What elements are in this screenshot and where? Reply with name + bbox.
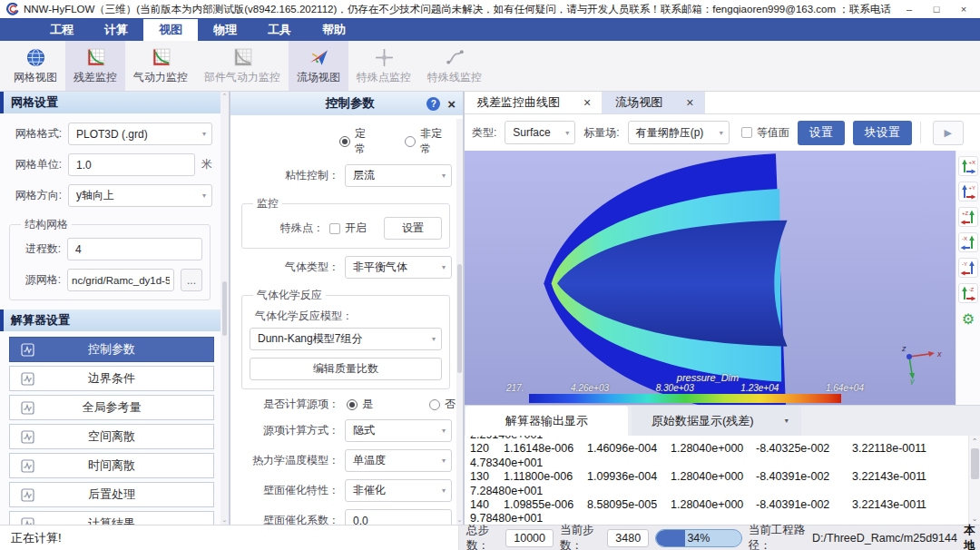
menu-item-compute[interactable]: 计算 xyxy=(89,19,143,41)
scroll-thumb[interactable] xyxy=(222,281,227,336)
menu-item-physics[interactable]: 物理 xyxy=(198,19,252,41)
solver-item-postprocess[interactable]: 后置处理 xyxy=(9,482,214,507)
special-point-enable-checkbox[interactable]: 开启 xyxy=(329,221,367,236)
special-point-settings-button[interactable]: 设置 xyxy=(384,217,442,240)
close-icon[interactable]: × xyxy=(686,95,693,110)
process-count-input[interactable] xyxy=(67,238,202,260)
solver-item-global-ref[interactable]: 全局参考量 xyxy=(9,395,214,420)
view-minus-x-button[interactable]: -X xyxy=(958,232,978,252)
menu-item-help[interactable]: 帮助 xyxy=(307,19,361,41)
output-scrollbar[interactable]: ⌃ ⌄ xyxy=(968,436,980,525)
project-path-label: 当前工程路径： xyxy=(749,523,806,550)
axis-y-label: y xyxy=(909,377,915,385)
steady-label: 定常 xyxy=(355,126,376,157)
mesh-unit-input[interactable] xyxy=(68,153,195,176)
source-no-radio[interactable]: 否 xyxy=(429,397,456,412)
scroll-thumb[interactable] xyxy=(971,448,979,479)
center-panel-scrollbar[interactable]: ⌄ xyxy=(456,119,463,525)
view-plus-x-button[interactable]: +X xyxy=(958,156,978,176)
gear-icon[interactable]: ⚙ xyxy=(958,309,978,329)
source-mesh-input[interactable] xyxy=(67,269,174,291)
control-params-body: 定常 非定常 粘性控制： 层流 ▾ 监控 特殊点： 开启 设置 气体类型： xyxy=(230,115,463,550)
solver-item-control-params[interactable]: 控制参数 xyxy=(9,337,214,362)
help-icon[interactable]: ? xyxy=(426,97,440,111)
menu-item-tools[interactable]: 工具 xyxy=(252,19,307,41)
play-button[interactable]: ▶ xyxy=(933,121,964,145)
settings-button[interactable]: 设置 xyxy=(798,121,845,145)
toolbar-residual-monitor[interactable]: 残差监控 xyxy=(65,41,125,91)
toolbar-mesh-view[interactable]: 网格视图 xyxy=(5,41,65,91)
gas-type-select[interactable]: 非平衡气体 ▾ xyxy=(345,256,452,279)
toolbar-label: 特殊点监控 xyxy=(357,70,411,85)
output-mode-select[interactable]: 原始数据显示(残差) ▾ xyxy=(632,406,801,436)
residual-chart-icon xyxy=(85,47,106,68)
tab-flow-view[interactable]: 流场视图 × xyxy=(603,92,705,113)
output-line: 4.78340e+001 xyxy=(470,457,980,470)
maximize-button[interactable]: □ xyxy=(924,2,949,17)
type-select[interactable]: Surface ▾ xyxy=(505,121,575,144)
catalytic-select[interactable]: 非催化 ▾ xyxy=(345,479,452,502)
control-params-header: 控制参数 ? × xyxy=(230,92,463,115)
solver-item-boundary[interactable]: 边界条件 xyxy=(9,366,214,391)
view-plus-z-button[interactable]: +Z xyxy=(958,207,978,227)
chevron-down-icon: ▾ xyxy=(720,129,723,137)
close-icon[interactable]: × xyxy=(583,95,591,110)
close-icon[interactable]: × xyxy=(447,97,456,111)
window-title: NNW-HyFLOW（三维）(当前版本为内部测试版(v8942.165.2021… xyxy=(24,3,891,16)
toolbar-aero-monitor[interactable]: 气动力监控 xyxy=(125,41,196,91)
chemistry-group: 气体化学反应 气体化学反应模型： Dunn-Kang模型7组分 ▾ 编辑质量比数 xyxy=(241,288,450,389)
scroll-down-icon[interactable]: ⌄ xyxy=(222,516,228,524)
isosurface-checkbox[interactable]: 等值面 xyxy=(741,125,789,141)
solver-item-label: 后置处理 xyxy=(10,486,213,503)
radio-icon xyxy=(405,136,416,147)
block-settings-button[interactable]: 块设置 xyxy=(853,121,912,145)
solver-item-spatial[interactable]: 空间离散 xyxy=(9,424,214,449)
edit-mass-ratio-button[interactable]: 编辑质量比数 xyxy=(250,358,442,380)
tab-residual-curve[interactable]: 残差监控曲线图 × xyxy=(465,92,603,113)
chem-model-select[interactable]: Dunn-Kang模型7组分 ▾ xyxy=(250,328,442,350)
output-text-area[interactable]: 2.29140e+001 1201.16148e-0061.46096e-004… xyxy=(465,436,980,525)
browse-button[interactable]: ... xyxy=(181,269,202,291)
tab-solver-output[interactable]: 解算器输出显示 xyxy=(466,406,628,436)
block-settings-label: 块设置 xyxy=(865,124,900,141)
chevron-down-icon: ▾ xyxy=(442,486,446,495)
viscous-select[interactable]: 层流 ▾ xyxy=(345,164,452,187)
toolbar-label: 残差监控 xyxy=(74,70,117,85)
solver-item-temporal[interactable]: 时间离散 xyxy=(9,453,214,478)
aero-chart-icon xyxy=(151,47,172,68)
left-panel-scrollbar[interactable]: ⌃ ⌄ xyxy=(220,92,229,525)
flow-3d-view[interactable]: pressure_Dim 217. 4.26e+03 8.30e+03 1.23… xyxy=(465,151,980,405)
mesh-direction-value: y轴向上 xyxy=(76,188,114,203)
output-line: 1201.16148e-0061.46096e-0041.28040e+000-… xyxy=(470,442,980,456)
thermo-model-label: 热力学温度模型： xyxy=(238,453,339,468)
menu-item-project[interactable]: 工程 xyxy=(34,19,89,41)
scroll-up-icon[interactable]: ⌃ xyxy=(222,93,228,100)
toolbar-flow-view[interactable]: 流场视图 xyxy=(289,41,348,91)
catalytic-value: 非催化 xyxy=(353,483,386,498)
solver-item-label: 空间离散 xyxy=(10,428,213,445)
chevron-down-icon: ▾ xyxy=(442,263,446,271)
mesh-direction-select[interactable]: y轴向上 ▾ xyxy=(68,184,212,207)
source-method-select[interactable]: 隐式 ▾ xyxy=(345,419,452,442)
steady-radio[interactable]: 定常 xyxy=(339,126,376,157)
scroll-up-icon[interactable]: ⌃ xyxy=(972,437,978,446)
radio-checked-icon xyxy=(347,399,358,410)
monitor-icon xyxy=(21,401,34,415)
view-plus-y-button[interactable]: +Y xyxy=(958,182,978,201)
mesh-format-select[interactable]: PLOT3D (.grd) ▾ xyxy=(68,123,212,145)
thermo-model-select[interactable]: 单温度 ▾ xyxy=(345,449,452,472)
scalar-field-label: 标量场: xyxy=(583,125,619,141)
scroll-thumb[interactable] xyxy=(457,264,462,373)
view-minus-y-button[interactable]: -Y xyxy=(958,258,978,278)
menu-item-view[interactable]: 视图 xyxy=(143,19,198,41)
minimize-button[interactable]: – xyxy=(897,2,922,17)
scalar-field-select[interactable]: 有量纲静压(p) ▾ xyxy=(628,121,730,144)
unsteady-radio[interactable]: 非定常 xyxy=(405,126,452,157)
view-minus-z-button[interactable]: -Z xyxy=(958,283,978,303)
close-button[interactable]: × xyxy=(951,2,976,17)
monitor-group: 监控 特殊点： 开启 设置 xyxy=(241,196,450,249)
panel-title: 控制参数 xyxy=(238,95,426,112)
mesh-format-value: PLOT3D (.grd) xyxy=(76,128,148,141)
source-yes-radio[interactable]: 是 xyxy=(347,397,373,412)
chevron-down-icon: ▾ xyxy=(442,457,446,465)
